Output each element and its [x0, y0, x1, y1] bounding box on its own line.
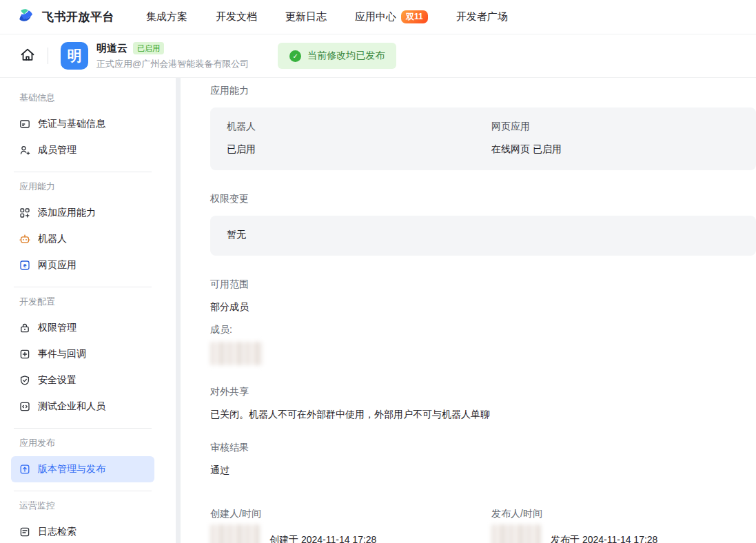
home-button[interactable]: [17, 45, 38, 66]
sidebar-item-test-company[interactable]: 测试企业和人员: [11, 393, 154, 420]
external-share-title: 对外共享: [210, 386, 756, 398]
capability-web-value: 在线网页 已启用: [491, 143, 739, 156]
availability-section: 可用范围 部分成员 成员:: [210, 278, 756, 365]
nav-label: 集成方案: [146, 10, 187, 23]
sidebar-item-add-capability[interactable]: 添加应用能力: [11, 200, 154, 226]
sidebar-item-web-app[interactable]: e 网页应用: [11, 252, 154, 278]
capability-bot-cell: 机器人 已启用: [227, 121, 491, 156]
sidebar-divider: [14, 491, 152, 491]
sidebar-item-bot[interactable]: 机器人: [11, 226, 154, 252]
sidebar-section-capabilities: 应用能力: [11, 181, 154, 193]
shield-icon: [19, 375, 30, 386]
sidebar-section-operations: 运营监控: [11, 500, 154, 512]
sidebar-scrollbar[interactable]: [176, 78, 181, 543]
member-redacted-thumbnail: [210, 342, 263, 365]
external-share-section: 对外共享 已关闭。机器人不可在外部群中使用，外部用户不可与机器人单聊: [210, 386, 756, 421]
members-label: 成员:: [210, 324, 756, 336]
publish-status-text: 当前修改均已发布: [307, 50, 385, 62]
sidebar-item-log-search[interactable]: 日志检索: [11, 519, 154, 543]
enabled-status-badge: 已启用: [133, 42, 164, 54]
sidebar: 基础信息 凭证与基础信息 成员管理 应用能力: [0, 78, 165, 543]
sidebar-section-app-release: 应用发布: [11, 437, 154, 449]
creator-redacted-name: [210, 524, 260, 543]
publisher-title: 发布人/时间: [491, 508, 756, 520]
user-add-icon: [19, 145, 30, 156]
publisher-time-text: 发布于 2024-11-14 17:28: [551, 534, 657, 543]
publish-status-banner: ✓ 当前修改均已发布: [278, 43, 396, 69]
creator-publisher-row: 创建人/时间 创建于 2024-11-14 17:28 发布人/时间 发布于 2…: [210, 508, 756, 543]
nav-label: 开发文档: [216, 10, 257, 23]
review-result-value: 通过: [210, 464, 756, 477]
sidebar-divider: [14, 428, 152, 429]
sidebar-item-security-settings[interactable]: 安全设置: [11, 367, 154, 393]
brand-logo[interactable]: 飞书开放平台: [17, 6, 114, 28]
nav-item-changelog[interactable]: 更新日志: [285, 10, 327, 23]
lock-icon: [19, 322, 30, 334]
app-header-bar: 明 明道云 已启用 正式应用@广州会港智能装备有限公司 ✓ 当前修改均已发布: [0, 34, 756, 78]
feishu-logo-icon: [17, 6, 36, 28]
credential-icon: [19, 119, 30, 130]
sidebar-item-label: 成员管理: [38, 144, 76, 156]
permission-change-title: 权限变更: [210, 193, 756, 205]
capability-section-title: 应用能力: [210, 85, 756, 97]
permission-change-box: 暂无: [210, 216, 756, 256]
sidebar-item-label: 机器人: [38, 233, 67, 245]
creator-title: 创建人/时间: [210, 508, 491, 520]
sidebar-item-label: 日志检索: [38, 526, 76, 538]
app-info: 明道云 已启用 正式应用@广州会港智能装备有限公司: [96, 42, 249, 70]
nav-item-integrations[interactable]: 集成方案: [146, 10, 187, 23]
review-result-section: 审核结果 通过: [210, 442, 756, 477]
review-result-title: 审核结果: [210, 442, 756, 454]
app-subtitle: 正式应用@广州会港智能装备有限公司: [96, 58, 249, 70]
sidebar-item-label: 权限管理: [38, 322, 76, 334]
nav-item-docs[interactable]: 开发文档: [216, 10, 257, 23]
brand-title: 飞书开放平台: [42, 9, 114, 25]
sidebar-item-label: 凭证与基础信息: [38, 118, 105, 130]
capability-bot-label: 机器人: [227, 121, 491, 133]
sidebar-item-label: 网页应用: [38, 259, 76, 272]
sidebar-item-label: 事件与回调: [38, 348, 86, 360]
log-icon: [19, 526, 30, 537]
robot-icon: [19, 234, 30, 245]
sidebar-section-basic-info: 基础信息: [11, 92, 154, 104]
capability-box: 机器人 已启用 网页应用 在线网页 已启用: [210, 107, 756, 170]
code-box-icon: [19, 401, 30, 412]
creator-cell: 创建人/时间 创建于 2024-11-14 17:28: [210, 508, 491, 543]
sidebar-divider: [14, 172, 152, 172]
availability-title: 可用范围: [210, 278, 756, 291]
main-layout: 基础信息 凭证与基础信息 成员管理 应用能力: [0, 78, 756, 543]
capability-web-cell: 网页应用 在线网页 已启用: [491, 121, 739, 156]
header-divider: [48, 48, 48, 64]
web-app-icon: e: [19, 260, 30, 271]
top-navbar: 飞书开放平台 集成方案 开发文档 更新日志 应用中心 双11 开发者广场: [0, 0, 756, 34]
feishu-open-platform-console: 飞书开放平台 集成方案 开发文档 更新日志 应用中心 双11 开发者广场: [0, 0, 756, 543]
sidebar-item-permission-management[interactable]: 权限管理: [11, 315, 154, 341]
nav-item-developer-plaza[interactable]: 开发者广场: [456, 10, 508, 23]
top-nav-menu: 集成方案 开发文档 更新日志 应用中心 双11 开发者广场: [146, 10, 508, 23]
app-name: 明道云: [96, 42, 127, 55]
version-detail-panel: 应用能力 机器人 已启用 网页应用 在线网页 已启用 权限变更 暂无 可用范围 …: [181, 78, 756, 543]
capability-bot-value: 已启用: [227, 143, 491, 156]
sidebar-item-credentials[interactable]: 凭证与基础信息: [11, 111, 154, 137]
creator-time-text: 创建于 2024-11-14 17:28: [269, 534, 376, 543]
sidebar-item-label: 版本管理与发布: [38, 463, 105, 475]
sidebar-item-label: 测试企业和人员: [38, 400, 105, 413]
app-avatar: 明: [61, 42, 88, 70]
sidebar-item-events-callbacks[interactable]: 事件与回调: [11, 341, 154, 367]
publisher-cell: 发布人/时间 发布于 2024-11-14 17:28: [491, 508, 756, 543]
availability-value: 部分成员: [210, 301, 756, 314]
grid-add-icon: [19, 207, 30, 218]
svg-text:e: e: [23, 262, 27, 269]
nav-label: 更新日志: [285, 10, 327, 23]
publisher-redacted-name: [491, 524, 541, 543]
sidebar-section-dev-config: 开发配置: [11, 296, 154, 308]
permission-change-value: 暂无: [227, 229, 739, 241]
nav-item-app-center[interactable]: 应用中心 双11: [355, 10, 428, 23]
sidebar-divider: [14, 287, 152, 287]
check-circle-icon: ✓: [289, 50, 301, 62]
sidebar-item-version-management[interactable]: 版本管理与发布: [11, 456, 154, 482]
sidebar-item-member-management[interactable]: 成员管理: [11, 137, 154, 163]
capability-web-label: 网页应用: [491, 121, 739, 133]
nav-label: 开发者广场: [456, 10, 508, 23]
sidebar-item-label: 添加应用能力: [38, 207, 96, 219]
